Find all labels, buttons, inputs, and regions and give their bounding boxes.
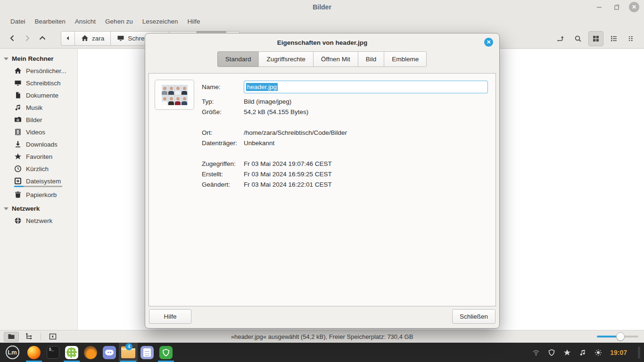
show-desktop-button[interactable] (638, 346, 640, 359)
tab-zugriffsrechte[interactable]: Zugriffsrechte (258, 51, 313, 67)
help-button[interactable]: Hilfe (149, 309, 191, 324)
sidebar-item-schreibtisch[interactable]: Schreibtisch (0, 77, 77, 89)
sidebar-item-videos[interactable]: Videos (0, 126, 77, 138)
treeview-toggle-button[interactable] (21, 332, 36, 342)
compact-view-icon (628, 35, 636, 42)
taskbar-firefox[interactable] (25, 343, 43, 362)
terminal-icon: $_ (47, 346, 59, 359)
sidebar-item-kuerzlich[interactable]: Kürzlich (0, 163, 77, 175)
menu-lesezeichen[interactable]: Lesezeichen (138, 16, 183, 27)
clock-icon (14, 165, 22, 173)
statusbar: »header.jpg« ausgewählt (54,2 kB), Freie… (0, 330, 644, 343)
sidebar-item-papierkorb[interactable]: Papierkorb (0, 189, 77, 201)
system-tray: 19:07 (532, 346, 644, 359)
globe-icon (14, 217, 22, 224)
taskbar-terminal[interactable]: $_ (43, 343, 62, 362)
window-titlebar[interactable]: Bilder ✕ (0, 0, 644, 14)
sidebar-section-computer[interactable]: Mein Rechner (0, 53, 77, 65)
up-button[interactable] (35, 31, 50, 46)
search-icon (574, 35, 582, 42)
tab-bild[interactable]: Bild (358, 51, 385, 67)
sidebar-item-musik[interactable]: Musik (0, 101, 77, 114)
music-icon (14, 104, 22, 111)
collapse-triangle-icon (4, 207, 8, 210)
list-view-button[interactable] (606, 31, 621, 46)
sidebar-item-dokumente[interactable]: Dokumente (0, 89, 77, 101)
taskbar-discord[interactable] (100, 343, 119, 362)
tray-shield-icon[interactable] (548, 349, 555, 356)
created-label: Erstellt: (202, 171, 244, 178)
icon-view-button[interactable] (588, 31, 603, 46)
film-icon (14, 128, 22, 136)
home-icon (81, 34, 89, 42)
maximize-button[interactable] (612, 3, 620, 11)
app-grid-icon (65, 346, 78, 359)
location-value: /home/zara/Schreibtisch/Code/Bilder (244, 129, 347, 136)
star-icon (14, 153, 22, 160)
menu-datei[interactable]: Datei (6, 16, 30, 27)
size-label: Größe: (202, 108, 244, 115)
dialog-tabs: Standard Zugriffsrechte Öffnen Mit Bild … (145, 51, 499, 67)
mint-menu-button[interactable]: Lm (0, 343, 25, 362)
dialog-close-icon[interactable]: ✕ (484, 38, 493, 47)
filename-selected-text: header.jpg (246, 83, 278, 91)
menu-gehen-zu[interactable]: Gehen zu (100, 16, 138, 27)
sidebar-item-netzwerk[interactable]: Netzwerk (0, 214, 77, 227)
compact-view-button[interactable] (624, 31, 639, 46)
desktop-icon (117, 34, 124, 42)
status-text: »header.jpg« ausgewählt (54,2 kB), Freie… (0, 333, 644, 340)
tab-embleme[interactable]: Embleme (384, 51, 427, 67)
brightness-icon[interactable] (594, 349, 602, 356)
filename-input[interactable]: header.jpg (244, 81, 488, 93)
accessed-value: Fr 03 Mai 2024 19:07:46 CEST (244, 160, 332, 167)
zoom-slider[interactable] (597, 332, 638, 341)
desktop-icon (14, 79, 22, 87)
tab-standard[interactable]: Standard (217, 51, 259, 67)
edit-location-button[interactable] (553, 31, 568, 46)
tree-icon (25, 333, 33, 340)
wifi-icon[interactable] (532, 349, 540, 356)
forward-button[interactable] (20, 31, 35, 46)
mint-logo-icon: Lm (6, 346, 19, 359)
taskbar-antivirus[interactable] (157, 343, 175, 362)
taskbar-pet-app[interactable] (81, 343, 100, 362)
document-icon (14, 91, 22, 99)
type-value: Bild (image/jpeg) (244, 98, 291, 105)
trash-icon (14, 191, 22, 198)
back-button[interactable] (5, 31, 20, 46)
sidebar-section-netzwerk[interactable]: Netzwerk (0, 203, 77, 214)
breadcrumb-scroll-left[interactable] (61, 31, 75, 46)
sidebar-item-favoriten[interactable]: Favoriten (0, 150, 77, 163)
clock[interactable]: 19:07 (610, 349, 627, 356)
edit-location-icon (556, 35, 564, 42)
pet-app-icon (84, 346, 97, 359)
sidebar-item-downloads[interactable]: Downloads (0, 138, 77, 150)
location-label: Ort: (202, 129, 244, 136)
taskbar-text-editor[interactable] (138, 343, 157, 362)
dialog-titlebar[interactable]: Eigenschaften von header.jpg ✕ (145, 33, 499, 51)
close-button[interactable]: ✕ (629, 2, 639, 12)
home-icon (14, 67, 22, 74)
taskbar-appgrid[interactable] (62, 343, 81, 362)
taskbar-files[interactable]: 4 (119, 343, 138, 362)
sidebar-item-persoenlicher[interactable]: Persönlicher... (0, 65, 77, 77)
zoom-slider-handle[interactable] (616, 332, 625, 341)
menu-hilfe[interactable]: Hilfe (182, 16, 205, 27)
places-toggle-button[interactable] (4, 332, 19, 342)
hide-sidebar-button[interactable] (45, 332, 60, 342)
tab-oeffnen-mit[interactable]: Öffnen Mit (313, 51, 358, 67)
window-title: Bilder (313, 3, 331, 11)
dialog-close-button[interactable]: Schließen (452, 309, 495, 324)
modified-label: Geändert: (202, 181, 244, 188)
dialog-title: Eigenschaften von header.jpg (277, 39, 367, 46)
breadcrumb-home[interactable]: zara (74, 31, 111, 46)
sidebar-item-bilder[interactable]: Bilder (0, 114, 77, 126)
volume-label: Datenträger: (202, 140, 244, 147)
minimize-button[interactable] (595, 3, 603, 11)
search-button[interactable] (570, 31, 586, 46)
tray-star-icon[interactable] (563, 349, 571, 356)
menu-ansicht[interactable]: Ansicht (70, 16, 100, 27)
tray-music-icon[interactable] (579, 349, 586, 356)
menu-bearbeiten[interactable]: Bearbeiten (30, 16, 70, 27)
created-value: Fr 03 Mai 2024 16:59:25 CEST (244, 171, 332, 178)
